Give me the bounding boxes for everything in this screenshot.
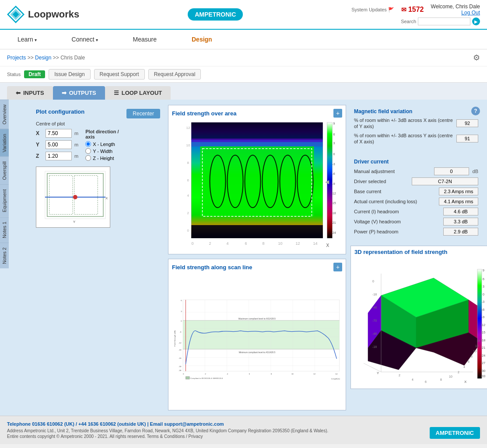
envelope-icon: ✉ [401, 6, 406, 13]
svg-text:-46: -46 [372, 306, 377, 309]
x-input[interactable] [46, 129, 72, 138]
request-support-button[interactable]: Request Support [94, 69, 145, 80]
base-current-input[interactable] [439, 188, 478, 195]
status-label: Status [7, 72, 21, 77]
svg-text:-27: -27 [481, 361, 485, 365]
nav-item-measure[interactable]: Measure [116, 30, 174, 49]
power-headroom-input[interactable] [443, 228, 478, 236]
manual-adj-input[interactable] [434, 167, 469, 175]
power-headroom-label: Power (P) headroom [354, 229, 399, 234]
nav-item-learn[interactable]: Learn [0, 30, 54, 49]
radio-x-length[interactable] [85, 141, 91, 147]
messages-count[interactable]: ✉ 1572 [401, 6, 424, 14]
tab-outputs[interactable]: ➡ OUTPUTS [53, 86, 105, 100]
scan-chart-container: Maximum compliant level to AS1428.5 Mini… [172, 274, 342, 406]
voltage-headroom-input[interactable] [443, 218, 478, 226]
voltage-headroom-row: Voltage (V) headroom [354, 218, 478, 226]
svg-text:-24: -24 [179, 357, 182, 359]
y-axis-value[interactable] [456, 135, 478, 142]
side-tab-equipment[interactable]: Equipment [0, 184, 9, 217]
svg-text:9: 9 [483, 269, 484, 272]
driver-selected-input[interactable] [412, 177, 478, 185]
side-tab-notes1[interactable]: Notes 1 [0, 217, 9, 243]
z-label: Z [36, 153, 43, 159]
tab-loop-layout[interactable]: ☰ LOOP LAYOUT [105, 86, 171, 100]
svg-text:6: 6 [181, 299, 182, 302]
y-input[interactable] [46, 140, 72, 149]
svg-text:0: 0 [187, 229, 189, 233]
field-area-expand-button[interactable]: + [333, 109, 342, 118]
svg-text:-9: -9 [333, 182, 335, 185]
svg-point-9 [73, 195, 77, 199]
tab-inputs[interactable]: ⬅ INPUTS [7, 86, 53, 100]
current-headroom-label: Current (I) headroom [354, 209, 399, 214]
logo-area: Loopworks [7, 6, 79, 23]
scan-line-expand-button[interactable]: + [333, 263, 342, 271]
svg-text:12: 12 [313, 373, 315, 375]
svg-text:8: 8 [263, 241, 265, 246]
x-axis-row: % of room within +/- 3dB across X axis (… [354, 117, 478, 130]
breadcrumb-projects[interactable]: Projects [7, 55, 26, 61]
field-3d-chart-container: 9 6 3 0 -3 -6 -9 -12 -15 -18 -21 -24 -27… [351, 260, 487, 389]
footer-ampetronic-badge: AMPETRONIC [430, 427, 480, 439]
svg-text:Field Strength (dB): Field Strength (dB) [174, 330, 176, 346]
driver-selected-label: Driver selected [354, 179, 386, 184]
plot-direction-label: Plot direction /axis [85, 129, 119, 139]
svg-rect-26 [192, 142, 323, 146]
center-panel: Field strength over area + [168, 105, 346, 410]
field-panel-header: Field strength over area + [172, 109, 342, 118]
svg-text:12: 12 [186, 126, 190, 130]
side-tab-notes2[interactable]: Notes 2 [0, 243, 9, 268]
svg-text:3: 3 [483, 285, 484, 288]
z-input[interactable] [46, 152, 72, 160]
svg-text:3: 3 [181, 310, 182, 313]
svg-text:Minimum compliant level to AS1: Minimum compliant level to AS1428.5 [239, 351, 276, 354]
driver-current-section: Driver current Manual adjustment dB Driv… [350, 155, 482, 241]
svg-text:6: 6 [187, 178, 189, 182]
manual-adj-row: Manual adjustment dB [354, 167, 478, 175]
request-approval-button[interactable]: Request Approval [148, 69, 201, 80]
current-headroom-input[interactable] [443, 208, 478, 215]
content-area: Overview Variation Overspill Equipment N… [0, 100, 487, 416]
side-tab-overview[interactable]: Overview [0, 100, 9, 129]
driver-selected-row: Driver selected [354, 177, 478, 185]
nav-item-design[interactable]: Design [174, 30, 230, 49]
svg-text:-12: -12 [332, 192, 336, 195]
radio-z-label: Z - Height [93, 156, 114, 161]
help-button[interactable]: ? [471, 107, 480, 115]
svg-text:-18: -18 [332, 212, 336, 215]
field-3d-title: 3D representation of field strength [354, 249, 447, 255]
footer: Telephone 01636 610062 (UK) / +44 1636 6… [0, 416, 487, 444]
svg-text:6: 6 [468, 360, 469, 363]
search-input[interactable] [418, 17, 470, 25]
settings-icon[interactable]: ⚙ [473, 53, 480, 63]
issue-design-button[interactable]: Issue Design [49, 69, 90, 80]
svg-text:-18: -18 [372, 345, 377, 348]
svg-text:2: 2 [458, 371, 459, 374]
side-tab-variation[interactable]: Variation [0, 129, 9, 157]
recenter-button[interactable]: Recenter [126, 109, 160, 118]
outputs-icon: ➡ [62, 90, 67, 96]
breadcrumb-sep1: >> [28, 55, 35, 61]
x-axis-value[interactable] [456, 119, 478, 127]
header: Loopworks AMPETRONIC System Updates 🚩 ✉ … [0, 0, 487, 30]
svg-text:-18: -18 [481, 339, 485, 342]
nav-item-connect[interactable]: Connect [54, 30, 116, 49]
svg-text:2: 2 [209, 241, 211, 246]
search-button[interactable]: ▶ [472, 17, 480, 25]
side-tab-overspill[interactable]: Overspill [0, 156, 9, 184]
svg-text:-12: -12 [179, 342, 182, 344]
actual-current-input[interactable] [439, 198, 478, 205]
svg-text:2: 2 [187, 211, 189, 215]
magnetic-field-section: Magnetic field variation % of room withi… [350, 105, 482, 151]
field-3d-svg: 9 6 3 0 -3 -6 -9 -12 -15 -18 -21 -24 -27… [351, 260, 487, 387]
breadcrumb-design[interactable]: Design [35, 55, 51, 61]
field-area-title: Field strength over area [172, 110, 236, 117]
search-icon: ▶ [474, 19, 478, 24]
radio-y-label: Y - Width [93, 149, 112, 154]
svg-text:-24: -24 [332, 231, 336, 234]
radio-z-height[interactable] [85, 155, 91, 161]
radio-y-width[interactable] [85, 148, 91, 154]
header-top-right: System Updates 🚩 ✉ 1572 Welcome, Chris D… [351, 3, 480, 16]
logout-link[interactable]: Log Out [461, 10, 480, 16]
